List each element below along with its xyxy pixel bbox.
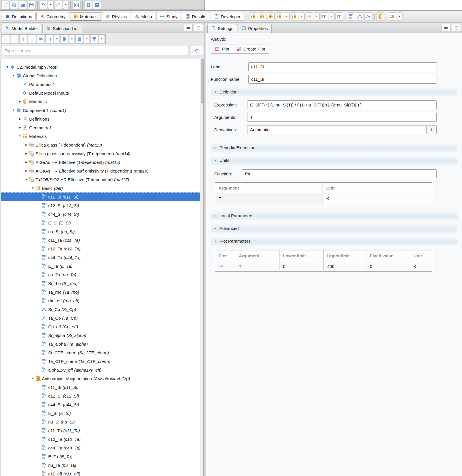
tree-expander-icon[interactable]: ▶: [18, 100, 23, 103]
left-panel-maximize-button[interactable]: [194, 24, 203, 32]
tree-item-ta-cp[interactable]: Ta_Cp(Ta_Cp): [1, 314, 203, 322]
tab-settings[interactable]: Settings: [207, 24, 237, 33]
ribbon-tab-definitions[interactable]: Definitions: [2, 12, 36, 21]
tree-item-c11-si[interactable]: f(x)c11_Si(c11_Si): [1, 192, 203, 201]
tree-item-c11-si[interactable]: f(x)c11_Si(c11_Si): [1, 383, 203, 391]
user-defined-material-menu-button[interactable]: ▼: [397, 12, 403, 20]
layered-material-menu-button[interactable]: ▼: [314, 12, 320, 20]
tree-item-cp-eff[interactable]: f(x)Cp_eff(Cp_eff): [1, 322, 203, 331]
units-table-row[interactable]: TK: [215, 193, 432, 204]
tree-expander-icon[interactable]: ▼: [30, 377, 35, 380]
function-unit-input[interactable]: [242, 169, 437, 178]
expand-all-button[interactable]: [45, 35, 53, 43]
tree-item-c44-ta[interactable]: f(x)c44_Ta(c44_Ta): [1, 253, 203, 262]
ribbon-tab-developer[interactable]: Developer: [211, 12, 244, 21]
plot-checkbox[interactable]: [219, 264, 219, 269]
tree-item-si-rho[interactable]: f(x)Si_rho(Si_rho): [1, 279, 203, 288]
tree-item-e-si[interactable]: f(x)E_Si(E_Si): [1, 218, 203, 227]
tree-item-c12-si[interactable]: f(x)c12_Si(c12_Si): [1, 201, 203, 210]
tree-expander-icon[interactable]: ▼: [30, 187, 35, 190]
layered-material-button[interactable]: [305, 12, 313, 20]
tree-expander-icon[interactable]: ▼: [24, 178, 29, 181]
tree-item-ta2o5-sio2-hr-effective-t-dependent-[interactable]: ▼Ta2O5/SiO2 HR Effective (T-dependent)(m…: [1, 175, 203, 184]
tab-selection-list[interactable]: Selection List: [42, 24, 82, 33]
show-button[interactable]: [37, 35, 45, 43]
export-material-button[interactable]: [335, 12, 343, 20]
tree-item-silica-glass-t-dependent-[interactable]: ▶Silica glass (T-dependent)(mat13): [1, 140, 203, 149]
tree-item-basic[interactable]: ▼Basic(def): [1, 184, 203, 192]
ribbon-tab-physics[interactable]: Physics: [102, 12, 131, 21]
right-panel-minimize-button[interactable]: [441, 24, 450, 32]
collapse-menu-button[interactable]: ▼: [69, 35, 75, 43]
tree-item-nu-si[interactable]: f(x)nu_Si(nu_Si): [1, 227, 203, 236]
application-libraries-button[interactable]: [10, 1, 18, 9]
tree-item-algaas-hr-effective-surf-emissivity-t-dependent-[interactable]: ▶AlGaAs HR Effective surf emissivity (T-…: [1, 166, 203, 175]
ribbon-tab-results[interactable]: Results: [182, 12, 210, 21]
move-material-button[interactable]: ←: [290, 12, 298, 20]
add-material-menu-button[interactable]: ▼: [284, 12, 290, 20]
tree-item-c44-si[interactable]: f(x)c44_Si(c44_Si): [1, 400, 203, 409]
refresh-filter-button[interactable]: [191, 46, 203, 55]
plot-table-row[interactable]: T04000K: [215, 261, 432, 272]
tree-item-c11-eff[interactable]: f(x)c11_eff(c11_eff): [1, 469, 203, 476]
function-name-input[interactable]: [248, 75, 437, 84]
plot-button[interactable]: Plot: [211, 45, 233, 53]
add-material-to-selection-button[interactable]: ↓: [249, 12, 257, 20]
expression-input[interactable]: [247, 100, 437, 109]
tree-expander-icon[interactable]: ▼: [18, 135, 23, 138]
save-file-button[interactable]: [27, 1, 36, 9]
browse-materials-button[interactable]: [267, 12, 275, 20]
node-sections-menu-button[interactable]: ▼: [84, 35, 90, 43]
ribbon-tab-geometry[interactable]: Geometry: [36, 12, 69, 21]
tree-item-c11-ta[interactable]: f(x)c11_Ta(c11_Ta): [1, 426, 203, 435]
section-units[interactable]: ▾ Units: [211, 155, 457, 165]
redo-button[interactable]: [54, 1, 62, 9]
move-down-button[interactable]: ↓: [28, 35, 36, 43]
help-button[interactable]: ?: [93, 1, 101, 9]
section-local-parameters[interactable]: ▸ Local Parameters: [211, 211, 457, 220]
windows-button[interactable]: [84, 1, 92, 9]
ribbon-tab-mesh[interactable]: Mesh: [131, 12, 155, 21]
back-button[interactable]: ←: [2, 35, 10, 43]
tree-item-e-si[interactable]: f(x)E_Si(E_Si): [1, 409, 203, 417]
undo-menu-button[interactable]: ▼: [48, 1, 54, 9]
tree-expander-icon[interactable]: ▼: [5, 65, 10, 68]
tree-expander-icon[interactable]: ▶: [24, 152, 29, 155]
filter-button[interactable]: [90, 35, 98, 43]
derivatives-dropdown-button[interactable]: ↓: [426, 125, 437, 134]
tree-expander-icon[interactable]: ▶: [24, 169, 29, 172]
left-panel-minimize-button[interactable]: [184, 24, 193, 32]
section-definition[interactable]: ▾ Definition: [211, 87, 457, 96]
add-material-button[interactable]: [275, 12, 283, 20]
tree-item-c12-ta[interactable]: f(x)c12_Ta(c12_Ta): [1, 435, 203, 443]
create-plot-button[interactable]: Create Plot: [233, 45, 269, 53]
tree-item-alpha1xy-eff[interactable]: f(x)alpha1xy_eff(alpha1xy_eff): [1, 366, 203, 374]
tree-item-e-ta[interactable]: f(x)E_Ta(E_Ta): [1, 262, 203, 270]
label-input[interactable]: [248, 62, 437, 71]
tree-item-c12-si[interactable]: f(x)c12_Si(c12_Si): [1, 391, 203, 400]
tree-expander-icon[interactable]: ▶: [24, 143, 29, 146]
ribbon-tab-materials[interactable]: Materials: [70, 12, 101, 21]
tab-model-builder[interactable]: Model Builder: [1, 24, 42, 33]
import-material-menu-button[interactable]: ▼: [329, 12, 335, 20]
tree-item-c44-si[interactable]: f(x)c44_Si(c44_Si): [1, 210, 203, 218]
tab-properties[interactable]: Properties: [238, 24, 271, 33]
tree-item-rho-eff[interactable]: f(x)rho_eff(rho_eff): [1, 296, 203, 305]
filter-menu-button[interactable]: ▼: [99, 35, 105, 43]
tree-item-geometry-1[interactable]: ▶Geometry 1: [1, 123, 203, 132]
redo-menu-button[interactable]: ▼: [63, 1, 69, 9]
expand-menu-button[interactable]: ▼: [54, 35, 60, 43]
add-blank-material-button[interactable]: [258, 12, 266, 20]
tree-item-materials[interactable]: ▼Materials: [1, 132, 203, 140]
section-periodic-extension[interactable]: ▸ Periodic Extension: [211, 143, 457, 152]
forward-button[interactable]: →: [11, 35, 19, 43]
tree-expander-icon[interactable]: ▶: [18, 117, 23, 120]
tree-expander-icon[interactable]: ▼: [11, 109, 16, 112]
tree-item-global-definitions[interactable]: ▼Global Definitions: [1, 71, 203, 80]
tree-item-ta-rho[interactable]: f(x)Ta_rho(Ta_rho): [1, 288, 203, 296]
tree-item-silica-glass-surf-emissivity-t-dependent-[interactable]: ▶Silica glass surf emissivity (T-depende…: [1, 149, 203, 158]
tree-filter-input[interactable]: [1, 46, 189, 55]
tree-item-ta-cte-cterm[interactable]: f(x)Ta_CTE_cterm(Ta_CTE_cterm): [1, 357, 203, 366]
tree-item-si-cp[interactable]: Si_Cp(Si_Cp): [1, 305, 203, 314]
derivatives-select[interactable]: Automatic ↓: [247, 125, 437, 134]
